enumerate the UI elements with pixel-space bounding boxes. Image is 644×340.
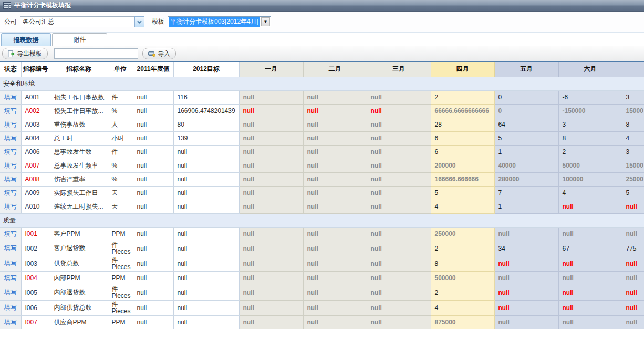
fill-link[interactable]: 填写 <box>4 107 17 115</box>
month-value: 6 <box>435 135 439 142</box>
month-value: 2 <box>563 148 566 156</box>
month-value: null <box>371 135 382 142</box>
fill-link[interactable]: 填写 <box>4 244 17 252</box>
month-value-cell: null <box>622 227 644 241</box>
template-select[interactable]: 平衡计分卡模板003[2012年4月] ▼ <box>168 16 271 27</box>
month-value-cell: null <box>558 285 622 300</box>
template-label: 模板 <box>152 17 164 26</box>
target-2012-cell: null <box>173 315 239 329</box>
month-value-cell: null <box>303 285 367 300</box>
import-button[interactable]: 导入 <box>142 48 176 59</box>
indicator-row: 填写A001损失工作日事故数件null116nullnullnull20-63 <box>0 90 644 104</box>
month-value-cell: null <box>622 200 644 213</box>
fill-link[interactable]: 填写 <box>4 135 17 142</box>
month-value: 250000 <box>435 230 456 238</box>
indicator-row: 填写I004内部PPMPPMnullnullnullnullnull500000… <box>0 271 644 285</box>
month-value-cell: 4 <box>431 300 494 315</box>
fill-link[interactable]: 填写 <box>4 274 17 282</box>
month-value-cell: null <box>622 300 644 315</box>
month-value: 3 <box>626 94 630 101</box>
fill-link[interactable]: 填写 <box>4 94 17 101</box>
indicator-id-cell: A004 <box>21 131 50 145</box>
month-value: null <box>371 162 382 169</box>
month-value-cell: null <box>303 90 367 104</box>
target-2012-cell: 80 <box>173 118 239 131</box>
value-2011-cell: null <box>133 172 173 186</box>
value-2011-cell: null <box>133 118 173 131</box>
month-value: null <box>563 230 574 238</box>
target-2012-cell: 139 <box>173 131 239 145</box>
target-2012-cell: null <box>173 241 239 256</box>
fill-link[interactable]: 填写 <box>4 230 17 238</box>
month-value-cell: null <box>558 200 622 213</box>
month-value-cell: 7 <box>494 186 558 200</box>
page-title: 平衡计分卡模板填报 <box>14 1 71 10</box>
month-value: 500000 <box>435 274 456 282</box>
tab-report-data[interactable]: 报表数据 <box>1 33 51 46</box>
fill-link[interactable]: 填写 <box>4 203 17 210</box>
month-value: null <box>243 121 254 128</box>
month-value-cell: null <box>303 256 367 271</box>
filename-input[interactable] <box>54 48 138 59</box>
month-value: null <box>307 245 318 252</box>
company-input[interactable] <box>20 16 134 27</box>
value-2011-cell: null <box>133 159 173 172</box>
month-value-cell: 2 <box>431 285 494 300</box>
month-value-cell: null <box>303 241 367 256</box>
month-value: null <box>563 304 574 312</box>
fill-link[interactable]: 填写 <box>4 189 17 197</box>
export-template-button[interactable]: 导出模板 <box>2 48 48 59</box>
month-value: null <box>243 148 254 156</box>
month-value-cell: null <box>239 315 303 329</box>
month-value-cell: 34 <box>494 241 558 256</box>
fill-link[interactable]: 填写 <box>4 148 17 156</box>
month-value: null <box>563 318 574 326</box>
unit-cell: 件Pieces <box>108 241 133 256</box>
fill-link[interactable]: 填写 <box>4 260 17 267</box>
month-value: null <box>307 107 318 115</box>
month-value: 15000 <box>626 107 643 115</box>
dropdown-arrow-icon[interactable]: ▼ <box>261 17 270 26</box>
tab-attachments[interactable]: 附件 <box>52 33 107 46</box>
month-value: 775 <box>626 245 637 252</box>
month-value-cell: null <box>494 285 558 300</box>
fill-link[interactable]: 填写 <box>4 318 17 326</box>
month-value: 50000 <box>563 162 580 169</box>
indicator-name-cell: 损失工作日事故... <box>50 104 108 118</box>
toolbar: 导出模板 导入 <box>0 46 644 62</box>
chevron-down-icon[interactable] <box>134 16 144 27</box>
month-value-cell: null <box>239 159 303 172</box>
indicator-name-cell: 内部PPM <box>50 271 108 285</box>
month-value-cell: null <box>303 271 367 285</box>
month-value: null <box>307 176 318 183</box>
col-header-march: 三月 <box>367 62 431 77</box>
month-value: 25000 <box>626 176 643 183</box>
scorecard-grid: 状态 指标编号 指标名称 单位 2011年度值 2012目标 一月 二月 三月 … <box>0 62 644 329</box>
indicator-name-cell: 连续无工时损失... <box>50 200 108 213</box>
month-value: null <box>243 304 254 312</box>
fill-link[interactable]: 填写 <box>4 176 17 183</box>
month-value-cell: null <box>494 315 558 329</box>
unit-cell: % <box>108 172 133 186</box>
indicator-id-cell: I005 <box>21 285 50 300</box>
month-value-cell: 15000 <box>622 104 644 118</box>
company-combobox <box>20 16 144 27</box>
month-value: null <box>371 274 382 282</box>
month-value: null <box>243 203 254 210</box>
fill-link[interactable]: 填写 <box>4 162 17 169</box>
month-value: null <box>307 135 318 142</box>
fill-link[interactable]: 填写 <box>4 121 17 128</box>
month-value: 5 <box>626 189 630 197</box>
month-value: 0 <box>498 94 502 101</box>
section-header-row: 质量 <box>0 213 644 227</box>
col-header-february: 二月 <box>303 62 367 77</box>
value-2011-cell: null <box>133 285 173 300</box>
month-value: null <box>371 245 382 252</box>
fill-link[interactable]: 填写 <box>4 289 17 296</box>
export-button-label: 导出模板 <box>17 49 42 58</box>
month-value: null <box>371 176 382 183</box>
month-value-cell: 1 <box>494 200 558 213</box>
month-value-cell: null <box>239 118 303 131</box>
col-header-2012-target: 2012目标 <box>173 62 239 77</box>
fill-link[interactable]: 填写 <box>4 304 17 311</box>
